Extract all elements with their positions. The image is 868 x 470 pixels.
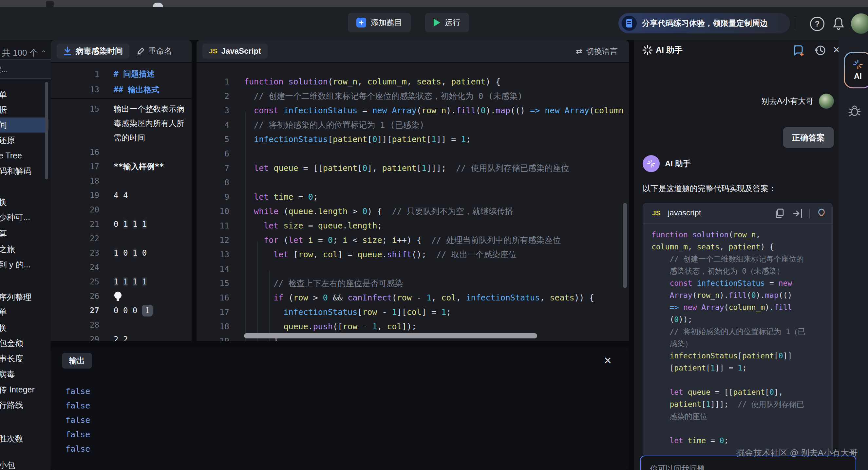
code-editor[interactable]: 1function solution(row_n, column_m, seat… — [196, 63, 629, 341]
code-token: shift — [387, 250, 412, 259]
markdown-line[interactable]: 1# 问题描述 — [51, 66, 192, 82]
user-avatar[interactable] — [819, 94, 834, 109]
close-icon[interactable]: ✕ — [604, 355, 612, 366]
markdown-line[interactable]: 17**输入样例** — [51, 159, 192, 174]
markdown-line[interactable]: 270 0 0 1 — [51, 303, 192, 318]
markdown-line[interactable]: 24 — [51, 260, 192, 275]
history-icon[interactable] — [814, 44, 827, 58]
user-avatar[interactable] — [851, 13, 868, 34]
search-input[interactable] — [0, 60, 51, 79]
code-token: seats — [550, 293, 574, 302]
switch-language-button[interactable]: ⇄ 切换语言 — [576, 45, 618, 58]
markdown-line[interactable]: 20 — [51, 203, 192, 217]
code-line[interactable]: 4 // 将初始感染的人的位置标记为 1 (已感染) — [196, 118, 629, 132]
output-tab[interactable]: 输出 — [62, 353, 92, 369]
line-number: 6 — [196, 147, 229, 161]
sidebar-item[interactable]: 单 — [0, 304, 51, 320]
markdown-line[interactable]: 28 — [51, 318, 192, 332]
sidebar-item[interactable]: 间 — [0, 118, 49, 133]
sidebar-item[interactable]: 换 — [0, 320, 51, 335]
sidebar-item[interactable]: 串长度 — [0, 351, 51, 366]
sidebar-item[interactable]: 行路线 — [0, 397, 51, 412]
ai-lightbulb-icon[interactable] — [816, 208, 827, 220]
code-line[interactable]: 10 while (queue.length > 0) { // 只要队列不为空… — [196, 204, 629, 219]
markdown-line[interactable]: 292 2 — [51, 332, 192, 341]
code-line[interactable]: 7 let queue = [[patient[0], patient[1]]]… — [196, 161, 629, 175]
sidebar-scrollbar[interactable] — [45, 82, 48, 179]
markdown-line[interactable]: 13## 输出格式 — [51, 82, 192, 98]
bug-icon[interactable] — [848, 104, 861, 119]
markdown-line[interactable]: 18 — [51, 174, 192, 188]
code-line[interactable]: 5 infectionStatus[patient[0]][patient[1]… — [196, 132, 629, 147]
code-line[interactable]: 8 — [196, 175, 629, 190]
code-line[interactable]: 18 queue.push([row - 1, col]); — [196, 320, 629, 334]
bell-icon[interactable] — [832, 16, 845, 32]
markdown-line[interactable]: 16 — [51, 145, 192, 159]
rename-button[interactable]: 重命名 — [136, 43, 172, 59]
markdown-line[interactable]: 15输出一个整数表示病毒感染屋内所有人所需的时间 — [51, 102, 192, 145]
sidebar-item[interactable]: 包金额 — [0, 335, 51, 350]
code-line[interactable]: 3 const infectionStatus = new Array(row_… — [196, 103, 629, 118]
vertical-scrollbar[interactable] — [623, 203, 627, 288]
language-tab[interactable]: JS JavaScript — [203, 43, 268, 59]
code-line[interactable]: 15 // 检查上下左右的座位是否可感染 — [196, 276, 629, 291]
code-line[interactable]: 9 let time = 0; — [196, 190, 629, 204]
code-line[interactable]: 12 for (let i = 0; i < size; i++) { // 处… — [196, 233, 629, 247]
sidebar-item[interactable]: 还原 — [0, 133, 51, 147]
sidebar-item[interactable]: e Tree — [0, 148, 51, 163]
code-line[interactable]: 14 — [196, 262, 629, 276]
markdown-line[interactable]: 251 1 1 1 — [51, 275, 192, 289]
chevron-up-icon[interactable]: ⌃ — [41, 49, 46, 57]
sidebar-item[interactable]: 到 y 的... — [0, 257, 51, 272]
sidebar-item[interactable]: 码和解码 — [0, 163, 51, 178]
sidebar-item[interactable]: 换 — [0, 194, 51, 209]
sidebar-item[interactable]: 传 Integer — [0, 382, 51, 397]
language-tab-label: JavaScript — [221, 46, 261, 56]
line-number: 15 — [196, 276, 229, 291]
ai-assistant-toggle[interactable]: AI — [844, 52, 868, 88]
markdown-line[interactable]: 231 0 1 0 — [51, 246, 192, 260]
code-token: infectionStatus — [670, 351, 738, 360]
code-line[interactable]: 13 let [row, col] = queue.shift(); // 取出… — [196, 247, 629, 262]
sidebar-item[interactable]: 单 — [0, 87, 51, 102]
sidebar-item[interactable]: 序列整理 — [0, 290, 51, 305]
markdown-line[interactable]: 26 — [51, 289, 192, 303]
lightbulb-icon[interactable] — [114, 292, 122, 299]
sidebar-item[interactable]: 算 — [0, 226, 51, 241]
new-chat-icon[interactable] — [792, 44, 805, 58]
sidebar-item[interactable]: 胜次数 — [0, 431, 51, 446]
sidebar-item[interactable]: 之旅 — [0, 241, 51, 257]
run-button[interactable]: 运行 — [425, 13, 469, 32]
sidebar-item[interactable]: 病毒 — [0, 367, 51, 382]
code-token: ] = — [338, 250, 358, 259]
add-question-button[interactable]: + 添加题目 — [348, 13, 411, 32]
code-token: ). — [765, 303, 774, 311]
promo-banner[interactable]: 分享代码练习体验，领限量定制周边 — [618, 13, 790, 33]
code-token: let — [670, 436, 683, 445]
sidebar-item[interactable]: 小包 — [0, 458, 51, 470]
copy-icon[interactable] — [774, 208, 785, 220]
sidebar-item[interactable]: 据 — [0, 102, 51, 117]
code-line[interactable]: 11 let size = queue.length; — [196, 219, 629, 233]
code-line[interactable]: 16 if (row > 0 && canInfect(row - 1, col… — [196, 291, 629, 305]
markdown-hr — [51, 98, 192, 101]
ai-code-line: let time = 0; — [651, 435, 824, 447]
code-token: Array — [670, 291, 692, 300]
markdown-line[interactable]: 22 — [51, 231, 192, 246]
horizontal-scrollbar[interactable] — [244, 333, 537, 338]
code-line[interactable]: 2 // 创建一个二维数组来标记每个座位的感染状态，初始化为 0 (未感染) — [196, 89, 629, 103]
code-line[interactable]: 17 infectionStatus[row - 1][col] = 1; — [196, 305, 629, 320]
markdown-line[interactable]: 194 4 — [51, 188, 192, 203]
help-icon[interactable]: ? — [810, 17, 825, 31]
sparkle-icon — [642, 44, 653, 57]
insert-code-icon[interactable] — [792, 208, 804, 220]
close-icon[interactable]: ✕ — [833, 44, 839, 55]
code-token: map — [765, 291, 779, 300]
markdown-line[interactable]: 210 1 1 1 — [51, 217, 192, 231]
code-token: while — [254, 206, 278, 216]
sidebar-item[interactable]: 少种可... — [0, 210, 51, 225]
code-line[interactable]: 6 — [196, 147, 629, 161]
markdown-editor[interactable]: 1# 问题描述13## 输出格式15输出一个整数表示病毒感染屋内所有人所需的时间… — [51, 63, 192, 341]
code-line[interactable]: 1function solution(row_n, column_m, seat… — [196, 75, 629, 89]
problem-title-tab[interactable]: 病毒感染时间 — [57, 43, 129, 59]
